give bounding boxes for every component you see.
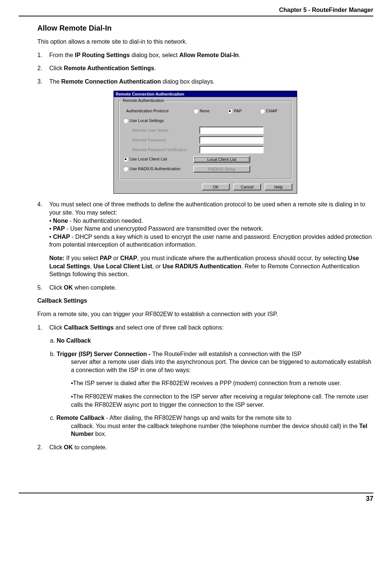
step-number: 1. <box>37 324 49 332</box>
text-bold: PAP <box>53 225 65 232</box>
remote-password-label: Remote Password <box>123 138 199 142</box>
page-number: 37 <box>19 493 373 503</box>
radio-label: PAP <box>234 109 242 113</box>
text-bold: Tel Number <box>71 423 367 437</box>
groupbox-title: Remote Authentication <box>122 98 165 103</box>
text: - DHCP sends a key which is used to encr… <box>49 234 372 248</box>
text: when complete. <box>73 284 116 291</box>
text: dialog box displays. <box>161 78 215 85</box>
text-bold: Remote Callback <box>56 415 106 421</box>
radio-icon <box>123 118 128 123</box>
radio-label: None <box>200 109 209 113</box>
text-bold: None <box>53 218 68 224</box>
text-bold: Use Local Client List <box>93 263 152 269</box>
text-bold: Allow Remote Dial-In <box>179 52 239 58</box>
step-2: 2. Click Remote Authentication Settings. <box>37 64 373 72</box>
text-bold: Remote Connection Authentication <box>61 78 161 85</box>
cancel-button[interactable]: Cancel <box>233 184 261 190</box>
text: . <box>239 52 240 58</box>
remote-user-input[interactable] <box>199 127 264 134</box>
radio-use-local-settings[interactable]: Use Local Settings <box>123 118 164 123</box>
text: The <box>49 78 61 85</box>
step-number: 2. <box>37 443 49 452</box>
radio-none[interactable]: None <box>193 109 209 113</box>
text: dialog box, select <box>130 52 180 58</box>
step-number: 5. <box>37 284 49 292</box>
note-label: Note: <box>49 255 65 261</box>
remote-password-input[interactable] <box>199 136 264 144</box>
text-bold: Callback Settings <box>64 324 113 331</box>
text: From the <box>49 52 75 58</box>
radio-use-radius[interactable]: Use RADIUS Authentication <box>123 166 180 171</box>
callback-option-b: b. Trigger (ISP) Server Connection - The… <box>50 350 373 374</box>
callback-intro: From a remote site, you can trigger your… <box>37 310 373 318</box>
section-intro: This option allows a remote site to dial… <box>37 38 373 46</box>
text: . <box>154 65 156 71</box>
text: or <box>112 255 120 261</box>
radio-icon <box>227 109 232 113</box>
section-title: Allow Remote Dial-In <box>37 24 373 32</box>
text: Click <box>49 65 64 71</box>
text-bold: CHAP <box>53 234 70 240</box>
callback-b-bullet1: •The ISP server is dialed after the RF80… <box>71 379 373 387</box>
text: , <box>90 263 93 269</box>
text-bold: Trigger (ISP) Server Connection - <box>57 351 152 357</box>
text-bold: OK <box>64 284 73 291</box>
radio-use-local-client[interactable]: Use Local Client List <box>123 157 167 162</box>
step-number: 3. <box>37 78 49 86</box>
radio-chap[interactable]: CHAP <box>260 109 278 113</box>
text: box. <box>93 431 106 437</box>
text: Click <box>49 284 64 291</box>
radio-label: Use RADIUS Authentication <box>130 166 180 171</box>
text: • <box>49 234 53 240</box>
text: You must select one of three methods to … <box>49 201 365 216</box>
ok-button[interactable]: OK <box>202 184 230 190</box>
local-client-list-button[interactable]: Local Client List <box>193 156 250 163</box>
radio-label: Use Local Settings <box>130 118 164 123</box>
text-bold: PAP <box>100 255 112 261</box>
step-1: 1. From the IP Routing Settings dialog b… <box>37 51 373 59</box>
text: to complete. <box>73 444 107 450</box>
text: Click <box>49 444 64 450</box>
text-bold: OK <box>64 444 73 450</box>
chapter-header: Chapter 5 - RouteFinder Manager <box>19 7 373 16</box>
help-button[interactable]: Help <box>265 184 292 190</box>
radio-icon <box>123 157 128 162</box>
radio-icon <box>123 166 128 171</box>
callback-option-a: a. No Callback <box>50 337 373 345</box>
text: , you must indicate where the authentica… <box>137 255 348 261</box>
text-bold: Remote Authentication Settings <box>64 65 154 71</box>
text: The RouteFinder will establish a connect… <box>152 351 301 357</box>
radius-setup-button[interactable]: RADIUS Setup <box>193 166 250 172</box>
text: - No authentication needed. <box>68 218 143 224</box>
callback-step-1: 1. Click Callback Settings and select on… <box>37 324 373 332</box>
step-4: 4. You must select one of three methods … <box>37 200 373 278</box>
text: Click <box>49 324 64 331</box>
text: , or <box>152 263 163 269</box>
radio-label: Use Local Client List <box>130 157 167 161</box>
dialog-titlebar: Remote Connection Authentication <box>114 91 297 97</box>
step-number: 4. <box>37 200 49 278</box>
step-number: 1. <box>37 51 49 59</box>
radio-icon <box>193 109 198 113</box>
auth-protocol-label: Authentication Protocol <box>123 109 193 113</box>
radio-pap[interactable]: PAP <box>227 109 242 113</box>
callback-option-c: c. Remote Callback - After dialing, the … <box>50 414 373 438</box>
radio-label: CHAP <box>266 109 278 113</box>
text: - User Name and unencrypted Password are… <box>65 225 264 232</box>
text: - After dialing, the RF802EW hangs up an… <box>106 415 291 421</box>
text-bold: CHAP <box>120 255 137 261</box>
text: • <box>49 218 53 224</box>
text: b. <box>50 351 57 357</box>
text-bold: Use RADIUS Authentication <box>162 263 241 269</box>
callback-heading: Callback Settings <box>37 297 373 305</box>
remote-password-verify-input[interactable] <box>199 146 264 153</box>
remote-user-label: Remote User Name <box>123 128 199 132</box>
text: c. <box>50 415 56 421</box>
remote-auth-dialog: Remote Connection Authentication Remote … <box>113 91 297 194</box>
text: If you select <box>65 255 100 261</box>
text-bold: IP Routing Settings <box>75 52 130 58</box>
text: • <box>49 225 53 232</box>
step-5: 5. Click OK when complete. <box>37 284 373 292</box>
text: a. <box>50 337 57 344</box>
